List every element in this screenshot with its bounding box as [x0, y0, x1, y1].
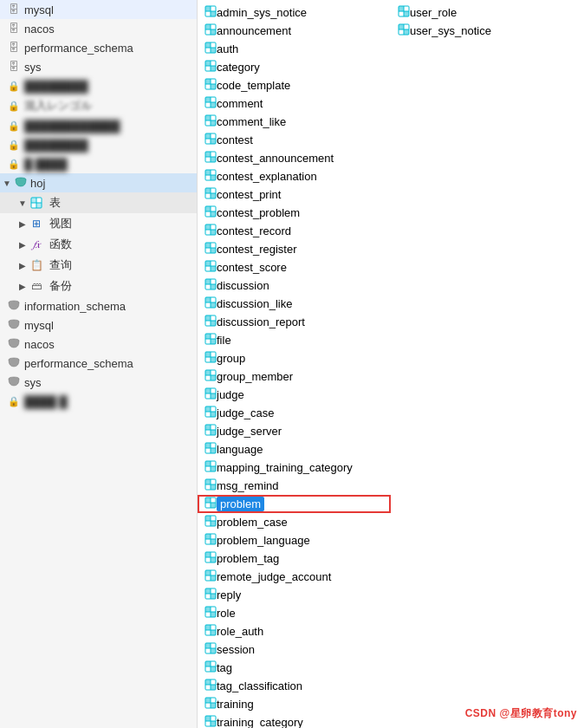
table-item-announcement[interactable]: announcement: [198, 22, 391, 40]
sidebar-item-blurred4[interactable]: 🔒 ████████: [0, 135, 197, 154]
sidebar-label: 表: [49, 195, 61, 211]
table-label: contest_announcement: [217, 152, 334, 165]
table-item-discussion_like[interactable]: discussion_like: [198, 295, 391, 313]
table-item-user_sys_notice[interactable]: user_sys_notice: [391, 22, 584, 40]
sidebar-item-blurred3[interactable]: 🔒 ████████████: [0, 116, 197, 135]
table-item-contest_announcement[interactable]: contest_announcement: [198, 149, 391, 167]
table-label: remote_judge_account: [217, 570, 331, 583]
table-label: contest: [217, 133, 253, 146]
table-item-group_member[interactable]: group_member: [198, 367, 391, 386]
table-item-tag[interactable]: tag: [198, 659, 391, 677]
table-label: problem_case: [217, 516, 288, 529]
table-label: tag: [217, 661, 232, 674]
table-item-contest_print[interactable]: contest_print: [198, 185, 391, 204]
table-item-judge_server[interactable]: judge_server: [198, 422, 391, 440]
sidebar-item-hoj[interactable]: ▼ hoj: [0, 173, 197, 192]
sidebar-item-blurred1[interactable]: 🔒 ████████: [0, 76, 197, 95]
sidebar-item-hoj-view[interactable]: ▶ ⊞ 视图: [0, 213, 197, 234]
table-label: role_auth: [217, 625, 263, 638]
sidebar-label: 混入レンゴル: [24, 98, 92, 114]
table-item-auth[interactable]: auth: [198, 40, 391, 58]
table-item-code_template[interactable]: code_template: [198, 76, 391, 94]
table-item-session[interactable]: session: [198, 640, 391, 659]
table-item-problem_tag[interactable]: problem_tag: [198, 549, 391, 568]
table-item-discussion_report[interactable]: discussion_report: [198, 313, 391, 331]
blurred-icon: 🔒: [7, 394, 21, 408]
table-label: contest_print: [217, 188, 281, 201]
sidebar-item-hoj-query[interactable]: ▶ 📋 查询: [0, 255, 197, 276]
table-item-contest_problem[interactable]: contest_problem: [198, 204, 391, 222]
sidebar-item-sys-bottom[interactable]: sys: [0, 373, 197, 392]
table-item-judge[interactable]: judge: [198, 386, 391, 404]
table-item-msg_remind[interactable]: msg_remind: [198, 477, 391, 495]
table-item-role_auth[interactable]: role_auth: [198, 622, 391, 640]
sidebar-item-blurred5[interactable]: 🔒 █ ████: [0, 154, 197, 173]
table-item-mapping_training_category[interactable]: mapping_training_category: [198, 458, 391, 477]
table-item-role[interactable]: role: [198, 604, 391, 622]
sidebar-label: nacos: [24, 23, 55, 36]
sidebar-item-sys-top[interactable]: 🗄 sys: [0, 57, 197, 76]
table-icon: [204, 715, 217, 728]
sidebar-item-performance-top[interactable]: 🗄 performance_schema: [0, 38, 197, 57]
sidebar-item-blurred2[interactable]: 🔒 混入レンゴル: [0, 95, 197, 116]
table-item-admin_sys_notice[interactable]: admin_sys_notice: [198, 3, 391, 22]
table-item-contest_score[interactable]: contest_score: [198, 258, 391, 276]
sidebar-item-mysql-top[interactable]: 🗄 mysql: [0, 0, 197, 19]
sidebar-item-mysql-bottom[interactable]: mysql: [0, 315, 197, 335]
table-columns: admin_sys_notice announcement auth categ…: [198, 3, 584, 728]
sidebar-item-hoj-backup[interactable]: ▶ 🗃 备份: [0, 276, 197, 296]
sidebar-item-information-schema[interactable]: information_schema: [0, 296, 197, 315]
table-item-problem_case[interactable]: problem_case: [198, 513, 391, 531]
table-item-tag_classification[interactable]: tag_classification: [198, 677, 391, 695]
table-item-group[interactable]: group: [198, 349, 391, 367]
sidebar-item-blurred-last[interactable]: 🔒 ████ █: [0, 392, 197, 411]
table-item-problem_language[interactable]: problem_language: [198, 531, 391, 549]
table-icon: [204, 315, 217, 329]
table-label: user_role: [410, 6, 457, 19]
sidebar-item-hoj-table[interactable]: ▼ 表: [0, 192, 197, 213]
watermark: CSDN @星卵教育tony: [465, 706, 577, 721]
svg-rect-115: [211, 375, 216, 380]
svg-rect-199: [205, 679, 211, 685]
blurred-icon: 🔒: [7, 157, 21, 171]
svg-rect-130: [211, 430, 216, 435]
db-icon: [7, 299, 21, 313]
svg-rect-94: [205, 297, 211, 302]
table-item-category[interactable]: category: [198, 58, 391, 76]
table-item-comment[interactable]: comment: [198, 94, 391, 113]
table-item-contest_register[interactable]: contest_register: [198, 240, 391, 258]
table-item-training[interactable]: training: [198, 695, 391, 713]
table-icon: [204, 133, 217, 147]
table-label: contest_explanation: [217, 170, 317, 183]
table-label: file: [217, 334, 231, 347]
sidebar-item-nacos-top[interactable]: 🗄 nacos: [0, 19, 197, 38]
table-item-discussion[interactable]: discussion: [198, 276, 391, 295]
sidebar-item-performance-bottom[interactable]: performance_schema: [0, 354, 197, 373]
view-group-icon: ⊞: [29, 217, 43, 231]
table-item-judge_case[interactable]: judge_case: [198, 404, 391, 422]
table-item-language[interactable]: language: [198, 440, 391, 458]
table-item-user_role[interactable]: user_role: [391, 3, 584, 22]
table-icon: [204, 551, 217, 566]
table-icon: [204, 387, 217, 402]
sidebar-item-hoj-func[interactable]: ▶ 𝑓𝑥 函数: [0, 234, 197, 255]
sidebar-label: 备份: [49, 278, 72, 294]
table-label: auth: [217, 42, 238, 55]
table-item-training_category[interactable]: training_category: [198, 713, 391, 728]
main-panel: admin_sys_notice announcement auth categ…: [198, 0, 584, 728]
svg-rect-195: [211, 666, 216, 672]
db-icon: 🗄: [7, 60, 21, 74]
table-item-contest_record[interactable]: contest_record: [198, 222, 391, 240]
svg-rect-174: [205, 588, 211, 594]
sidebar-label: nacos: [24, 338, 55, 351]
table-item-contest_explanation[interactable]: contest_explanation: [198, 167, 391, 185]
table-item-file[interactable]: file: [198, 331, 391, 349]
table-item-remote_judge_account[interactable]: remote_judge_account: [198, 568, 391, 586]
table-item-contest[interactable]: contest: [198, 131, 391, 149]
table-icon: [204, 624, 217, 639]
svg-rect-14: [205, 6, 211, 11]
table-item-reply[interactable]: reply: [198, 586, 391, 604]
sidebar-item-nacos-bottom[interactable]: nacos: [0, 335, 197, 354]
table-item-problem[interactable]: problem: [198, 495, 391, 513]
table-item-comment_like[interactable]: comment_like: [198, 113, 391, 131]
